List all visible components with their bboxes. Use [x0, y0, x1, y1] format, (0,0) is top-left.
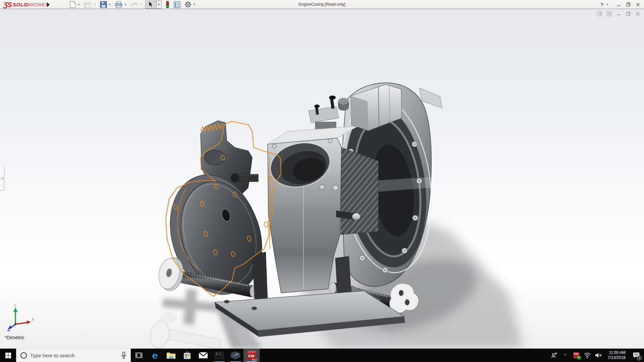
print-button[interactable]	[114, 1, 123, 9]
start-button[interactable]	[0, 349, 16, 362]
ds-logo-icon: ƷS	[3, 1, 12, 9]
task-view-button[interactable]	[131, 349, 147, 362]
help-dropdown-caret[interactable]: ▼	[605, 3, 609, 6]
taskbar-search[interactable]	[16, 349, 131, 362]
close-icon	[636, 3, 640, 7]
solidworks-tray-badge[interactable]: SW✓	[572, 349, 581, 362]
save-button[interactable]	[99, 1, 108, 9]
edrawings-icon	[231, 351, 240, 360]
taskbar-apps: e C:	[131, 349, 260, 362]
options-dropdown-caret[interactable]: ▼	[193, 3, 197, 6]
window-controls: ? ▼	[600, 0, 640, 9]
minimize-icon	[617, 3, 621, 7]
graphics-viewport[interactable]: X Y *Dimetric	[0, 9, 644, 349]
help-button[interactable]: ?	[600, 2, 603, 7]
select-cursor-icon	[148, 1, 154, 8]
mail-button[interactable]	[195, 349, 211, 362]
volume-muted-icon[interactable]	[594, 349, 603, 362]
undo-button[interactable]	[129, 1, 139, 9]
doc-minimize-icon	[617, 12, 621, 16]
open-button[interactable]	[83, 1, 93, 9]
print-dropdown-caret[interactable]: ▼	[123, 3, 127, 6]
task-view-icon	[135, 351, 143, 359]
edge-button[interactable]: e	[147, 349, 163, 362]
command-prompt-icon: C:\_	[215, 352, 224, 359]
options-button[interactable]	[183, 1, 193, 9]
undo-icon	[130, 2, 138, 8]
triad-x-axis: X	[15, 317, 34, 324]
store-icon	[183, 351, 191, 360]
open-icon	[84, 1, 92, 8]
svg-text:X: X	[32, 317, 34, 321]
orientation-triad: X Y	[3, 304, 35, 333]
triad-z-axis	[7, 324, 15, 331]
microphone-icon[interactable]	[121, 352, 126, 359]
toolbar-separator	[43, 0, 43, 9]
undo-dropdown-caret[interactable]: ▼	[139, 3, 143, 6]
cortana-icon	[20, 352, 27, 359]
doc-restore-button[interactable]	[626, 11, 631, 16]
restore-button[interactable]	[626, 2, 631, 7]
check-icon: ✓	[577, 356, 581, 360]
solidworks-logo: ƷS SOLID WORKS	[3, 0, 49, 9]
solidworks-taskbar-button[interactable]: SW 2017	[244, 349, 260, 362]
toolbar-flyout-button[interactable]	[46, 2, 51, 7]
doc-restore-icon	[626, 11, 631, 16]
save-dropdown-caret[interactable]: ▼	[108, 3, 112, 6]
save-icon	[100, 1, 107, 8]
document-title: EngineCasing [Read-only]	[299, 2, 345, 7]
options-gear-icon	[184, 1, 192, 8]
new-dropdown-caret[interactable]: ▼	[77, 3, 81, 6]
document-window-controls	[597, 11, 640, 16]
pane-left-arrow-icon	[599, 12, 601, 15]
triad-y-axis: Y	[13, 304, 17, 324]
minimize-button[interactable]	[617, 3, 621, 7]
solidworks-year-label: 2017	[252, 359, 257, 361]
edrawings-button[interactable]	[227, 349, 244, 362]
display-manager-icon	[174, 1, 180, 8]
wifi-icon[interactable]	[583, 349, 592, 362]
restore-icon	[626, 2, 631, 7]
select-dropdown-caret[interactable]: ▼	[157, 1, 162, 9]
file-explorer-icon	[166, 351, 176, 359]
quick-access-toolbar: ▼ ▼ ▼	[69, 0, 198, 9]
title-bar: ƷS SOLID WORKS ▼ ▼	[0, 0, 644, 9]
edge-icon: e	[152, 351, 158, 360]
windows-logo-icon	[5, 353, 11, 358]
file-explorer-button[interactable]	[163, 349, 179, 362]
action-center-button[interactable]: 3	[631, 349, 642, 362]
store-button[interactable]	[179, 349, 195, 362]
command-prompt-button[interactable]: C:\_	[211, 349, 227, 362]
search-input[interactable]	[30, 353, 118, 358]
windows-taskbar: e C:	[0, 349, 644, 362]
close-button[interactable]	[636, 3, 640, 7]
view-orientation-label: *Dimetric	[5, 335, 24, 340]
notification-count-badge: 3	[637, 356, 642, 360]
taskbar-clock[interactable]: 11:55 AM 7/13/2018	[605, 350, 628, 360]
doc-minimize-button[interactable]	[617, 12, 621, 16]
traffic-light-icon	[165, 1, 170, 8]
flyout-arrow-icon	[47, 2, 50, 7]
mail-icon	[199, 352, 208, 359]
previous-pane-button[interactable]	[597, 11, 602, 16]
solidworks-icon: SW 2017	[247, 351, 256, 360]
traffic-light-button[interactable]	[164, 1, 171, 9]
tray-date: 7/13/2018	[608, 355, 626, 360]
open-dropdown-caret[interactable]: ▼	[93, 3, 97, 6]
new-document-button[interactable]	[69, 1, 77, 9]
dome-bolt	[352, 213, 360, 220]
tray-time: 11:55 AM	[609, 350, 626, 355]
doc-close-icon	[636, 12, 640, 16]
new-document-icon	[70, 1, 76, 8]
doc-close-button[interactable]	[636, 12, 640, 16]
tray-overflow-chevron[interactable]: ⌃	[561, 349, 570, 362]
pane-right-arrow-icon	[609, 12, 610, 15]
select-button[interactable]	[145, 1, 157, 9]
engine-casing-model[interactable]	[0, 9, 644, 349]
people-icon[interactable]	[550, 349, 558, 362]
display-manager-button[interactable]	[173, 1, 181, 9]
print-icon	[115, 1, 122, 8]
next-pane-button[interactable]	[607, 11, 612, 16]
system-tray: ⌃ SW✓ 11:55 AM 7/13/2018	[550, 349, 644, 362]
svg-text:Y: Y	[14, 304, 16, 308]
